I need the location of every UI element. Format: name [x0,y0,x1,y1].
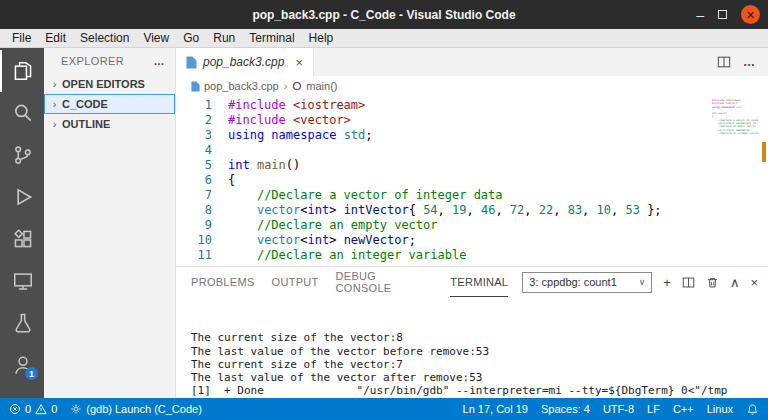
sidebar-section-c-code[interactable]: ›C_CODE [44,94,175,114]
menu-item-file[interactable]: File [5,31,38,45]
code-line: using namespace std; [228,128,768,143]
sidebar-section-label: OUTLINE [62,118,110,130]
code-lines: #include <iostream>#include <vector>usin… [228,98,768,266]
panel-tab-terminal[interactable]: TERMINAL [450,267,508,297]
close-panel-icon[interactable]: × [750,276,758,289]
code-editor[interactable]: 1234567891011 #include <iostream>#includ… [176,96,768,266]
breadcrumb-item-pop-back3-cpp[interactable]: pop_back3.cpp [191,80,279,92]
chevron-right-icon: › [47,118,62,130]
menu-item-selection[interactable]: Selection [73,31,136,45]
status-right: Ln 17, Col 19Spaces: 4UTF-8LFC++Linux [463,403,759,416]
activity-explorer[interactable] [0,50,44,92]
menu-item-terminal[interactable]: Terminal [242,31,301,45]
close-button[interactable]: × [741,5,760,24]
line-number: 2 [176,113,212,128]
split-terminal-icon[interactable] [682,276,695,289]
minimap-content: #include <iostream>#include <vector>usin… [712,99,758,135]
code-line: //Declare an integer variable [712,132,758,135]
status-item-c[interactable]: C++ [673,403,694,415]
code-line [228,143,768,158]
warning-icon [35,403,47,415]
code-line: //Declare a vector of integer data [228,188,768,203]
sidebar-sections: ›OPEN EDITORS›C_CODE›OUTLINE [44,74,175,134]
terminal-selector[interactable]: 3: cppdbg: count1 ∨ [522,272,652,293]
notification-badge: 1 [25,367,38,380]
terminal-selector-value: 3: cppdbg: count1 [529,276,616,288]
activity-accounts[interactable]: 1 [0,344,44,386]
maximize-button[interactable] [718,10,727,19]
kill-terminal-icon[interactable] [706,276,719,289]
status-item-lf[interactable]: LF [647,403,660,415]
explorer-sidebar: EXPLORER … ›OPEN EDITORS›C_CODE›OUTLINE [44,48,176,398]
activity-remote-explorer[interactable] [0,260,44,302]
editor-actions: … [717,48,768,76]
activity-extensions[interactable] [0,218,44,260]
code-line: int main() [228,158,768,173]
warning-count: 0 [51,403,57,415]
tab-pop-back3-cpp[interactable]: pop_back3.cpp × [176,48,314,76]
line-number: 8 [176,203,212,218]
breadcrumb-item-main[interactable]: main() [292,80,337,92]
code-line: #include <iostream> [228,98,768,113]
code-line: //Declare an integer variable [228,248,768,263]
menu-item-help[interactable]: Help [302,31,341,45]
chevron-right-icon: › [47,98,62,110]
problems-status[interactable]: 0 0 [9,403,57,415]
chevron-right-icon: › [47,78,62,90]
activity-source-control[interactable] [0,134,44,176]
menu-bar: FileEditSelectionViewGoRunTerminalHelp [0,29,768,48]
minimize-button[interactable]: – [696,8,704,22]
code-line: vector<int> intVector{ 54, 19, 46, 72, 2… [228,203,768,218]
more-actions-icon[interactable]: … [154,55,165,67]
menu-item-view[interactable]: View [136,31,176,45]
activity-search[interactable] [0,92,44,134]
status-item-ln-17-col-19[interactable]: Ln 17, Col 19 [463,403,528,415]
window-title: pop_back3.cpp - C_Code - Visual Studio C… [0,8,768,22]
terminal[interactable]: The current size of the vector:8The last… [176,297,768,398]
panel-tab-output[interactable]: OUTPUT [272,267,319,297]
sidebar-section-outline[interactable]: ›OUTLINE [44,114,175,134]
terminal-line: The last value of the vector after remov… [191,371,768,384]
sidebar-section-open-editors[interactable]: ›OPEN EDITORS [44,74,175,94]
line-number: 3 [176,128,212,143]
line-number: 1 [176,98,212,113]
menu-item-run[interactable]: Run [206,31,242,45]
breadcrumb: pop_back3.cpp›main() [176,76,768,96]
line-number: 9 [176,218,212,233]
maximize-panel-icon[interactable]: ∧ [730,276,740,289]
panel-tabs: PROBLEMSOUTPUTDEBUG CONSOLETERMINAL [191,267,508,297]
code-line: #include <vector> [228,113,768,128]
error-icon [9,403,21,415]
terminal-line: [1] + Done "/usr/bin/gdb" --interpreter=… [191,384,768,397]
menu-item-go[interactable]: Go [176,31,206,45]
launch-label: (gdb) Launch (C_Code) [86,403,202,415]
tab-close-icon[interactable]: × [295,55,303,70]
terminal-line: The current size of the vector:7 [191,358,768,371]
line-number: 5 [176,158,212,173]
activity-run-debug[interactable] [0,176,44,218]
panel-tab-problems[interactable]: PROBLEMS [191,267,255,297]
terminal-line: The current size of the vector:8 [191,331,768,344]
error-count: 0 [25,403,31,415]
status-item-linux[interactable]: Linux [707,403,733,415]
bell-icon[interactable] [746,403,759,416]
git-branch-icon [12,144,34,166]
code-line: //Declare an empty vector [228,218,768,233]
cpp-file-icon [186,56,197,69]
status-right-items: Ln 17, Col 19Spaces: 4UTF-8LFC++Linux [463,403,733,415]
editor-more-actions-icon[interactable]: … [743,55,756,69]
status-item-spaces-4[interactable]: Spaces: 4 [541,403,590,415]
overview-ruler-marker [762,142,766,162]
minimap[interactable]: #include <iostream>#include <vector>usin… [712,99,758,135]
status-item-utf-8[interactable]: UTF-8 [603,403,634,415]
menu-item-edit[interactable]: Edit [38,31,73,45]
panel-tab-debug-console[interactable]: DEBUG CONSOLE [336,267,434,297]
line-number: 4 [176,143,212,158]
terminal-line: The last value of the vector before remo… [191,345,768,358]
debug-launch-status[interactable]: (gdb) Launch (C_Code) [70,403,202,415]
chevron-down-icon: ∨ [639,277,646,287]
new-terminal-icon[interactable]: + [663,276,671,289]
remote-explorer-icon [12,270,34,292]
activity-test[interactable] [0,302,44,344]
split-editor-icon[interactable] [717,55,731,69]
